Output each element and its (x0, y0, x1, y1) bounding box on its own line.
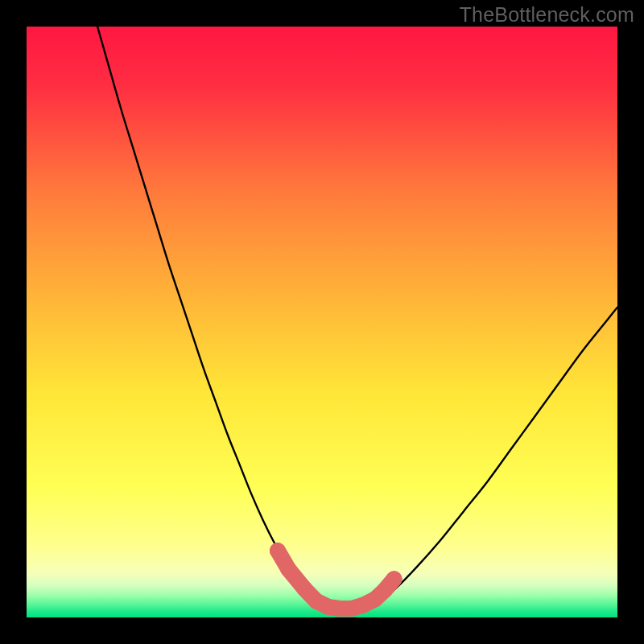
marker-dot (386, 571, 402, 587)
marker-dot (280, 561, 296, 577)
chart-svg (27, 27, 617, 617)
marker-dot (270, 543, 286, 559)
gradient-background (27, 27, 617, 617)
marker-dot (296, 580, 312, 597)
watermark-text: TheBottleneck.com (460, 3, 634, 27)
chart-frame: TheBottleneck.com (0, 0, 644, 644)
chart-plot-area (27, 27, 617, 617)
